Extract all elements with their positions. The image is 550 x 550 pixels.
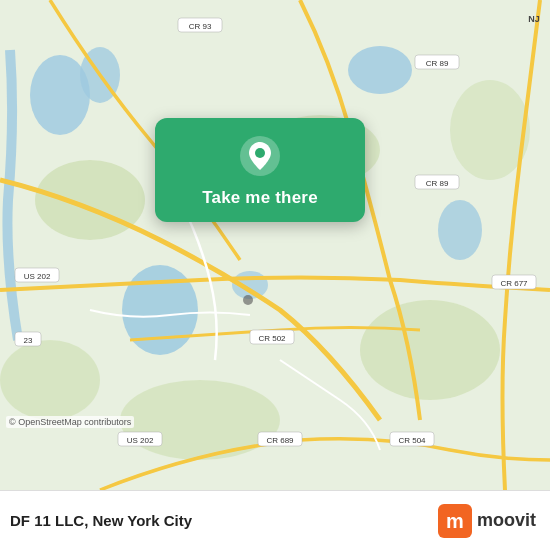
place-info: DF 11 LLC, New York City (10, 512, 192, 529)
place-name: DF 11 LLC, New York City (10, 512, 192, 529)
svg-point-4 (348, 46, 412, 94)
svg-text:NJ: NJ (528, 14, 540, 24)
svg-text:CR 89: CR 89 (426, 179, 449, 188)
svg-text:CR 93: CR 93 (189, 22, 212, 31)
svg-point-12 (0, 340, 100, 420)
svg-text:US 202: US 202 (127, 436, 154, 445)
callout-bubble[interactable]: Take me there (155, 118, 365, 222)
moovit-text: moovit (477, 510, 536, 531)
moovit-logo: m moovit (438, 504, 536, 538)
svg-point-10 (120, 380, 280, 460)
moovit-logo-icon: m (438, 504, 472, 538)
svg-text:m: m (446, 510, 464, 532)
svg-text:CR 504: CR 504 (398, 436, 426, 445)
svg-text:US 202: US 202 (24, 272, 51, 281)
osm-attribution: © OpenStreetMap contributors (6, 416, 134, 428)
svg-point-34 (243, 295, 253, 305)
bottom-bar: DF 11 LLC, New York City m moovit (0, 490, 550, 550)
svg-text:CR 677: CR 677 (500, 279, 528, 288)
svg-text:CR 502: CR 502 (258, 334, 286, 343)
svg-text:CR 689: CR 689 (266, 436, 294, 445)
map-container: CR 93 CR 89 CR 89 CR 677 US 202 23 US 20… (0, 0, 550, 490)
svg-point-36 (255, 148, 265, 158)
svg-point-9 (360, 300, 500, 400)
svg-point-5 (438, 200, 482, 260)
location-pin-icon (238, 134, 282, 178)
svg-text:CR 89: CR 89 (426, 59, 449, 68)
svg-point-1 (122, 265, 198, 355)
svg-point-7 (35, 160, 145, 240)
callout-label: Take me there (202, 188, 318, 208)
svg-text:23: 23 (24, 336, 33, 345)
